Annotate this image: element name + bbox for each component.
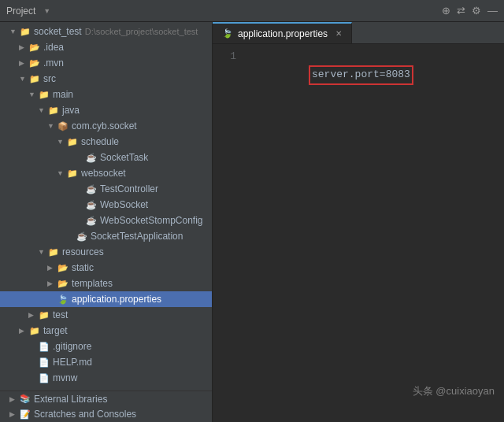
folder-icon-java: 📁 (47, 104, 60, 117)
tree-item-mvnw_cmd[interactable]: 📄 mvnw.cmd (0, 386, 212, 389)
tab-close-icon[interactable]: ✕ (335, 29, 342, 38)
folder-icon-websocket: 📁 (66, 167, 79, 180)
label-external-libraries: External Libraries (34, 394, 107, 405)
label-test: test (53, 309, 68, 320)
label-WebSocket: WebSocket (100, 199, 148, 210)
label-java: java (62, 105, 80, 116)
project-label: Project (6, 6, 35, 17)
add-icon[interactable]: ⊕ (442, 5, 450, 17)
label-mvnw: mvnw (53, 372, 77, 383)
label-scratches: Scratches and Consoles (34, 409, 136, 420)
tree-item-test[interactable]: 📁 test (0, 307, 212, 323)
editor-content: 1 server.port=8083 (213, 44, 504, 422)
arrow-static (47, 264, 57, 272)
tree-item-target[interactable]: 📁 target (0, 323, 212, 339)
sidebar-tree: 📁 socket_test D:\socket_project\socket_t… (0, 22, 212, 389)
label-websocket: websocket (81, 168, 126, 179)
label-main: main (53, 89, 73, 100)
label-mvn: .mvn (43, 57, 64, 68)
tab-application-properties[interactable]: 🍃 application.properties ✕ (213, 22, 352, 43)
arrow-src (19, 75, 28, 83)
tree-item-schedule[interactable]: 📁 schedule (0, 134, 212, 150)
tree-item-resources[interactable]: 📁 resources (0, 244, 212, 260)
arrow-websocket (57, 169, 66, 177)
label-gitignore: .gitignore (53, 341, 91, 352)
arrow-main (28, 91, 38, 98)
label-application_properties: application.properties (72, 294, 161, 305)
tab-label: application.properties (238, 28, 328, 39)
label-mvnw_cmd: mvnw.cmd (53, 388, 98, 389)
file-icon-mvnw: 📄 (38, 372, 50, 384)
file-icon-mvnw_cmd: 📄 (38, 387, 50, 389)
tree-item-socket_test[interactable]: 📁 socket_test D:\socket_project\socket_t… (0, 24, 212, 39)
label-TestController: TestController (100, 183, 158, 194)
label-idea: .idea (43, 42, 64, 53)
folder-icon-resources: 📁 (47, 246, 60, 258)
editor-area: 🍃 application.properties ✕ 1 server.port… (213, 22, 504, 422)
line-number-1: 1 (213, 49, 236, 65)
file-icon-HELP_md: 📄 (38, 356, 50, 368)
tree-item-mvn[interactable]: 📂 .mvn (0, 55, 212, 71)
tree-item-application_properties[interactable]: 🍃 application.properties (0, 291, 212, 307)
settings-icon[interactable]: ⚙ (472, 5, 481, 17)
props-icon: 🍃 (57, 293, 69, 305)
tree-item-idea[interactable]: 📂 .idea (0, 39, 212, 55)
folder-icon-idea: 📂 (28, 41, 41, 54)
tree-item-websocket[interactable]: 📁 websocket (0, 165, 212, 181)
label-SocketTask: SocketTask (100, 152, 148, 163)
arrow-templates (47, 279, 57, 287)
external-libraries-item[interactable]: 📚 External Libraries (0, 391, 212, 406)
tree-item-main[interactable]: 📁 main (0, 87, 212, 102)
class-icon-WebSocketStompConfig: ☕ (85, 214, 98, 227)
tree-item-templates[interactable]: 📂 templates (0, 276, 212, 291)
label-WebSocketStompConfig: WebSocketStompConfig (100, 215, 203, 226)
arrow-test (28, 311, 38, 319)
folder-icon-static: 📂 (57, 261, 69, 274)
tree-item-SocketTestApplication[interactable]: ☕ SocketTestApplication (0, 228, 212, 244)
watermark: 头条 @cuixiaoyan (413, 384, 495, 398)
sync-icon[interactable]: ⇄ (457, 5, 465, 17)
arrow-idea (19, 43, 28, 51)
highlight-box: server.port=8083 (309, 65, 413, 85)
tab-bar: 🍃 application.properties ✕ (213, 22, 504, 44)
class-icon-TestController: ☕ (85, 183, 98, 195)
tree-item-SocketTask[interactable]: ☕ SocketTask (0, 150, 212, 165)
code-lines[interactable]: server.port=8083 (244, 49, 504, 417)
folder-icon-socket_test: 📁 (19, 25, 32, 38)
label-resources: resources (62, 246, 104, 257)
tree-item-gitignore[interactable]: 📄 .gitignore (0, 339, 212, 354)
scratches-item[interactable]: 📝 Scratches and Consoles (0, 406, 212, 422)
label-socket_test: socket_test (34, 26, 82, 37)
label-static: static (72, 262, 94, 273)
top-bar: Project ▼ ⊕ ⇄ ⚙ — (0, 0, 504, 22)
minimize-icon[interactable]: — (487, 5, 498, 17)
external-libraries-icon: 📚 (19, 393, 32, 405)
folder-icon-test: 📁 (38, 309, 50, 321)
tree-item-java[interactable]: 📁 java (0, 102, 212, 118)
tree-item-com_cyb_socket[interactable]: 📦 com.cyb.socket (0, 118, 212, 134)
arrow-socket_test (9, 28, 19, 35)
folder-icon-main: 📁 (38, 88, 50, 101)
folder-icon-mvn: 📂 (28, 57, 41, 69)
label-com_cyb_socket: com.cyb.socket (72, 120, 137, 131)
label-HELP_md: HELP.md (53, 357, 92, 368)
dropdown-arrow[interactable]: ▼ (43, 7, 50, 15)
arrow-external-libraries (9, 395, 19, 403)
folder-icon-target: 📁 (28, 324, 41, 337)
label-src: src (43, 73, 56, 84)
tree-item-static[interactable]: 📂 static (0, 260, 212, 276)
folder-icon-templates: 📂 (57, 277, 69, 290)
tree-item-WebSocket[interactable]: ☕ WebSocket (0, 197, 212, 213)
tree-item-WebSocketStompConfig[interactable]: ☕ WebSocketStompConfig (0, 213, 212, 228)
label-schedule: schedule (81, 136, 119, 147)
label-templates: templates (72, 278, 113, 289)
arrow-scratches (9, 410, 19, 418)
tree-item-TestController[interactable]: ☕ TestController (0, 181, 212, 197)
tree-item-src[interactable]: 📁 src (0, 71, 212, 87)
package-icon: 📦 (57, 120, 69, 132)
tree-item-HELP_md[interactable]: 📄 HELP.md (0, 354, 212, 370)
tree-item-mvnw[interactable]: 📄 mvnw (0, 370, 212, 386)
folder-icon-src: 📁 (28, 72, 41, 85)
arrow-com_cyb_socket (47, 122, 57, 130)
tab-file-icon: 🍃 (222, 28, 233, 39)
